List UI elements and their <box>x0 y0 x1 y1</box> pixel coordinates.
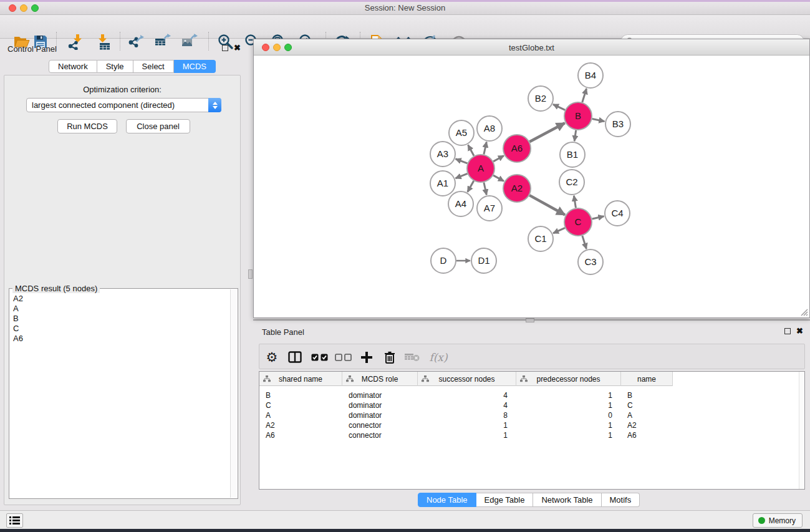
tab-style[interactable]: Style <box>97 60 133 73</box>
float-table-panel-icon[interactable] <box>784 328 791 334</box>
graph-node-D1[interactable]: D1 <box>471 248 496 273</box>
close-panel-icon[interactable]: ✖ <box>234 45 241 51</box>
graph-edge-C-C3[interactable] <box>582 236 587 249</box>
horizontal-splitter-handle[interactable] <box>526 318 534 322</box>
create-column-plus-icon[interactable] <box>357 349 376 365</box>
table-cell[interactable]: C <box>259 400 342 410</box>
graph-edge-C-C2[interactable] <box>574 196 576 208</box>
graph-node-A4[interactable]: A4 <box>448 191 473 216</box>
graph-edge-A-A8[interactable] <box>484 142 486 154</box>
import-network-icon[interactable] <box>65 32 85 51</box>
table-cell[interactable]: A2 <box>621 420 673 430</box>
network-canvas[interactable]: B4B2BB3A5A8A6B1A3AC2A1A2A4A7C4CC1C3DD1 <box>254 56 809 317</box>
export-table-icon[interactable] <box>153 32 173 51</box>
table-row[interactable]: Bdominator41B <box>259 390 673 400</box>
graph-node-B2[interactable]: B2 <box>528 86 553 111</box>
tab-network-table[interactable]: Network Table <box>533 493 601 507</box>
graph-node-A3[interactable]: A3 <box>430 142 455 167</box>
export-network-icon[interactable] <box>126 32 146 51</box>
column-header-mcds-role[interactable]: MCDS role <box>342 372 418 386</box>
graph-node-A8[interactable]: A8 <box>477 116 502 141</box>
graph-node-A5[interactable]: A5 <box>449 120 474 145</box>
table-cell[interactable]: 1 <box>516 400 621 410</box>
graph-node-A7[interactable]: A7 <box>477 196 502 221</box>
close-table-panel-icon[interactable]: ✖ <box>796 328 803 334</box>
graph-node-C1[interactable]: C1 <box>528 226 553 251</box>
table-cell[interactable]: B <box>259 390 342 400</box>
graph-edge-A-A7[interactable] <box>484 182 486 195</box>
graph-edge-B-B1[interactable] <box>574 130 576 141</box>
table-cell[interactable]: 1 <box>418 420 516 430</box>
tab-motifs[interactable]: Motifs <box>602 493 640 507</box>
table-cell[interactable]: C <box>621 400 673 410</box>
table-cell[interactable]: connector <box>342 420 418 430</box>
table-cell[interactable]: connector <box>342 430 418 440</box>
graph-edge-A-A4[interactable] <box>468 181 474 192</box>
list-item[interactable]: A <box>10 304 230 314</box>
optimization-criterion-select[interactable]: largest connected component (directed) <box>26 98 221 112</box>
table-scrollbar[interactable] <box>799 372 804 489</box>
table-row[interactable]: A2connector11A2 <box>259 420 673 430</box>
graph-edge-A-A1[interactable] <box>455 173 467 178</box>
graph-node-A[interactable]: A <box>467 155 494 182</box>
graph-edge-B-B3[interactable] <box>592 119 605 122</box>
graph-edge-C-C4[interactable] <box>592 216 604 219</box>
graph-edge-C-C1[interactable] <box>553 228 565 233</box>
table-cell[interactable]: A6 <box>259 430 342 440</box>
table-cell[interactable]: 8 <box>418 410 516 420</box>
delete-column-trash-icon[interactable] <box>380 349 399 365</box>
list-item[interactable]: A2 <box>10 294 230 304</box>
graph-edge-A2-C[interactable] <box>529 195 565 215</box>
run-mcds-button[interactable]: Run MCDS <box>57 119 117 133</box>
graph-edge-A-A6[interactable] <box>493 156 504 162</box>
graph-edge-A-A2[interactable] <box>493 175 504 181</box>
table-settings-gear-icon[interactable]: ⚙ <box>263 349 281 365</box>
table-row[interactable]: A6connector11A6 <box>259 430 673 440</box>
show-column-panel-icon[interactable] <box>286 349 304 365</box>
panel-list-button[interactable] <box>6 513 23 528</box>
table-cell[interactable]: dominator <box>342 400 418 410</box>
graph-node-B3[interactable]: B3 <box>605 112 630 137</box>
list-item[interactable]: C <box>10 324 230 334</box>
vertical-splitter-handle[interactable] <box>248 269 253 279</box>
graph-node-B[interactable]: B <box>564 102 592 130</box>
table-cell[interactable]: dominator <box>342 410 418 420</box>
graph-edge-B-B4[interactable] <box>582 89 587 102</box>
table-row[interactable]: Adominator80A <box>259 410 673 420</box>
graph-edge-B-B2[interactable] <box>553 104 565 110</box>
graph-node-A2[interactable]: A2 <box>503 175 531 202</box>
tab-network[interactable]: Network <box>49 60 97 73</box>
table-cell[interactable]: A6 <box>621 430 673 440</box>
table-cell[interactable]: 1 <box>418 430 516 440</box>
select-all-columns-icon[interactable] <box>310 349 329 365</box>
column-header-successor-nodes[interactable]: successor nodes <box>418 372 516 386</box>
tab-edge-table[interactable]: Edge Table <box>476 493 534 507</box>
network-window-titlebar[interactable]: testGlobe.txt <box>254 39 809 56</box>
mcds-list-scrollbar[interactable] <box>230 289 237 498</box>
export-image-icon[interactable] <box>180 32 200 51</box>
tab-mcds[interactable]: MCDS <box>174 60 216 73</box>
graph-node-B4[interactable]: B4 <box>578 63 603 88</box>
resize-grip-icon[interactable] <box>799 307 808 316</box>
table-cell[interactable]: dominator <box>342 390 418 400</box>
graph-node-A6[interactable]: A6 <box>503 135 531 162</box>
graph-edge-A6-B[interactable] <box>529 123 564 142</box>
graph-node-C3[interactable]: C3 <box>578 249 603 274</box>
graph-edge-A-A3[interactable] <box>456 159 468 163</box>
delete-table-icon[interactable] <box>403 349 422 365</box>
tab-select[interactable]: Select <box>133 60 174 73</box>
column-header-name[interactable]: name <box>621 372 673 386</box>
graph-node-D[interactable]: D <box>431 248 456 273</box>
close-panel-button[interactable]: Close panel <box>126 119 190 133</box>
table-cell[interactable]: A <box>259 410 342 420</box>
list-item[interactable]: A6 <box>10 334 230 344</box>
table-cell[interactable]: 1 <box>516 430 621 440</box>
memory-button[interactable]: Memory <box>753 513 803 528</box>
table-cell[interactable]: 1 <box>516 390 621 400</box>
graph-edge-A-A5[interactable] <box>468 145 475 155</box>
graph-node-C4[interactable]: C4 <box>605 201 630 226</box>
graph-node-C[interactable]: C <box>564 208 592 236</box>
graph-node-C2[interactable]: C2 <box>559 170 584 195</box>
table-cell[interactable]: 0 <box>516 410 621 420</box>
graph-node-A1[interactable]: A1 <box>430 171 455 196</box>
